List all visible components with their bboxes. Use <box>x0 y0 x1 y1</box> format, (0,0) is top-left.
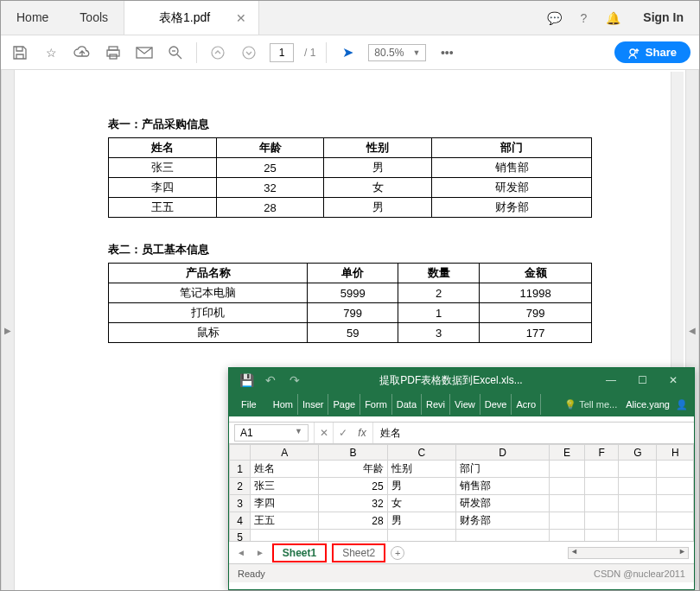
grid-cell[interactable] <box>550 495 585 512</box>
row-header[interactable]: 4 <box>230 512 251 530</box>
grid-cell[interactable] <box>657 478 694 495</box>
ribbon-tab[interactable]: Revi <box>422 394 450 415</box>
left-panel-toggle[interactable]: ▶ <box>1 70 15 590</box>
grid-cell[interactable]: 财务部 <box>455 512 549 530</box>
column-header[interactable]: A <box>251 445 319 461</box>
ribbon-tab[interactable]: Deve <box>480 394 512 415</box>
grid-cell[interactable]: 32 <box>319 495 387 512</box>
grid-cell[interactable] <box>619 478 657 495</box>
grid-cell[interactable]: 25 <box>319 478 387 495</box>
minimize-button[interactable]: — <box>595 374 627 386</box>
grid-cell[interactable]: 男 <box>387 512 455 530</box>
star-icon[interactable]: ☆ <box>41 42 61 63</box>
add-sheet-button[interactable]: + <box>391 546 404 560</box>
sheet-nav-prev[interactable]: ◄ <box>234 548 248 557</box>
grid-cell[interactable] <box>550 461 585 478</box>
row-header[interactable]: 5 <box>230 530 251 542</box>
grid-cell[interactable] <box>657 461 694 478</box>
grid-cell[interactable]: 年龄 <box>319 461 387 478</box>
grid-cell[interactable] <box>585 530 619 542</box>
grid-cell[interactable] <box>619 530 657 542</box>
tell-me-search[interactable]: 💡 Tell me... <box>559 399 622 410</box>
document-tab[interactable]: 表格1.pdf ✕ <box>124 1 259 35</box>
save-icon[interactable] <box>10 42 30 63</box>
nav-tools[interactable]: Tools <box>64 1 124 35</box>
sign-in-link[interactable]: Sign In <box>627 1 699 35</box>
sheet-tab-2[interactable]: Sheet2 <box>332 543 385 562</box>
close-button[interactable]: ✕ <box>658 374 689 386</box>
fx-confirm-icon[interactable]: ✓ <box>333 423 352 443</box>
ribbon-tab[interactable]: Data <box>392 394 422 415</box>
grid-cell[interactable] <box>657 530 694 542</box>
sheet-nav-next[interactable]: ► <box>253 548 267 557</box>
page-down-icon[interactable] <box>239 42 259 63</box>
grid-cell[interactable]: 研发部 <box>455 495 549 512</box>
grid-cell[interactable]: 男 <box>387 478 455 495</box>
grid-cell[interactable]: 部门 <box>455 461 549 478</box>
ribbon-tab-file[interactable]: File <box>232 394 265 415</box>
row-header[interactable]: 1 <box>230 461 251 478</box>
ribbon-tab[interactable]: View <box>450 394 480 415</box>
grid-cell[interactable] <box>550 478 585 495</box>
bell-icon[interactable]: 🔔 <box>598 1 627 35</box>
ribbon-tab[interactable]: Hom <box>269 394 298 415</box>
ribbon-tab[interactable]: Page <box>328 394 360 415</box>
grid-cell[interactable] <box>387 530 455 542</box>
chat-icon[interactable]: 💬 <box>539 1 569 35</box>
zoom-select[interactable]: 80.5% ▼ <box>368 44 426 61</box>
grid-cell[interactable]: 李四 <box>251 495 319 512</box>
grid-cell[interactable]: 性别 <box>387 461 455 478</box>
horizontal-scrollbar[interactable] <box>568 547 689 559</box>
grid-cell[interactable] <box>455 530 549 542</box>
ribbon-tab[interactable]: Form <box>360 394 392 415</box>
fx-cancel-icon[interactable]: ✕ <box>314 423 333 443</box>
column-header[interactable]: F <box>585 445 619 461</box>
grid-cell[interactable] <box>585 461 619 478</box>
grid-cell[interactable]: 销售部 <box>455 478 549 495</box>
print-icon[interactable] <box>103 42 124 63</box>
grid-cell[interactable] <box>550 512 585 530</box>
cloud-upload-icon[interactable] <box>72 42 92 63</box>
grid-cell[interactable]: 28 <box>319 512 387 530</box>
spreadsheet-grid[interactable]: ABCDEFGH1姓名年龄性别部门2张三25男销售部3李四32女研发部4王五28… <box>229 444 694 541</box>
formula-bar[interactable]: 姓名 <box>372 423 694 443</box>
grid-cell[interactable]: 姓名 <box>251 461 319 478</box>
grid-cell[interactable] <box>585 478 619 495</box>
selection-cursor-icon[interactable]: ➤ <box>337 42 358 63</box>
grid-cell[interactable] <box>251 530 319 542</box>
grid-cell[interactable] <box>550 530 585 542</box>
column-header[interactable]: B <box>319 445 387 461</box>
undo-icon[interactable]: ↶ <box>258 373 283 387</box>
grid-cell[interactable] <box>657 512 694 530</box>
close-tab-icon[interactable]: ✕ <box>236 11 246 25</box>
name-box[interactable]: A1 ▼ <box>234 424 309 442</box>
row-header[interactable]: 3 <box>230 495 251 512</box>
select-all-cell[interactable] <box>230 445 251 461</box>
grid-cell[interactable] <box>619 512 657 530</box>
grid-cell[interactable]: 王五 <box>251 512 319 530</box>
row-header[interactable]: 2 <box>230 478 251 495</box>
ribbon-tab[interactable]: Acro <box>512 394 541 415</box>
help-icon[interactable]: ? <box>569 1 598 35</box>
nav-home[interactable]: Home <box>1 1 64 35</box>
page-up-icon[interactable] <box>207 42 228 63</box>
grid-cell[interactable] <box>619 495 657 512</box>
grid-cell[interactable] <box>319 530 387 542</box>
page-number-input[interactable] <box>270 43 294 62</box>
maximize-button[interactable]: ☐ <box>627 374 658 386</box>
grid-cell[interactable]: 张三 <box>251 478 319 495</box>
column-header[interactable]: H <box>657 445 694 461</box>
grid-cell[interactable] <box>619 461 657 478</box>
column-header[interactable]: D <box>455 445 549 461</box>
share-button[interactable]: Share <box>614 41 690 63</box>
column-header[interactable]: C <box>387 445 455 461</box>
column-header[interactable]: E <box>550 445 585 461</box>
mail-icon[interactable] <box>134 42 155 63</box>
more-icon[interactable]: ••• <box>436 42 457 63</box>
grid-cell[interactable]: 女 <box>387 495 455 512</box>
column-header[interactable]: G <box>619 445 657 461</box>
grid-cell[interactable] <box>585 512 619 530</box>
ribbon-tab[interactable]: Inser <box>298 394 328 415</box>
grid-cell[interactable] <box>657 495 694 512</box>
search-zoom-icon[interactable] <box>165 42 186 63</box>
